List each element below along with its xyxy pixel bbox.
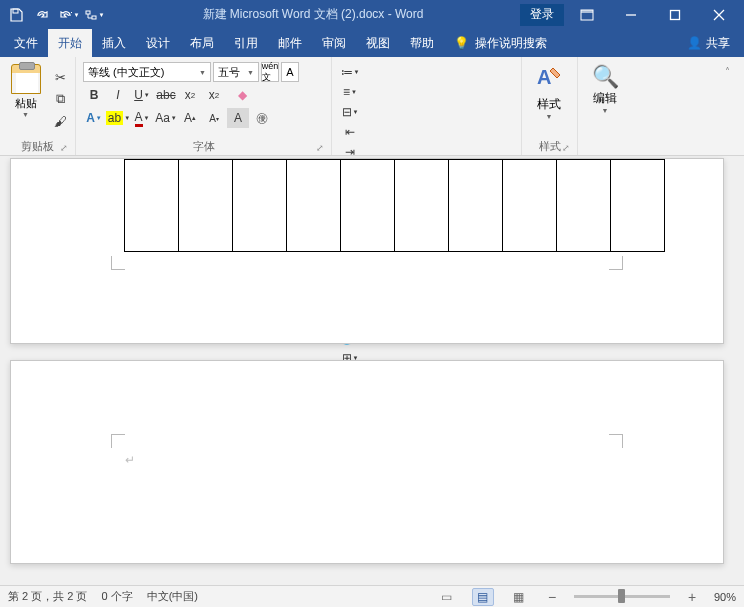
paragraph-mark-icon: ↵ — [125, 453, 135, 467]
web-layout-icon[interactable]: ▦ — [508, 588, 530, 606]
bullets-button[interactable]: ≔▼ — [339, 62, 361, 82]
subscript-button[interactable]: x2 — [179, 85, 201, 105]
char-border-icon[interactable]: A — [281, 62, 299, 82]
highlight-button[interactable]: ab▼ — [107, 108, 129, 128]
tab-help[interactable]: 帮助 — [400, 29, 444, 57]
svg-rect-1 — [86, 11, 90, 14]
multilevel-button[interactable]: ⊟▼ — [339, 102, 361, 122]
strikethrough-button[interactable]: abc — [155, 85, 177, 105]
tab-references[interactable]: 引用 — [224, 29, 268, 57]
margin-corner-icon — [111, 434, 125, 448]
word-count[interactable]: 0 个字 — [101, 589, 132, 604]
find-icon: 🔍 — [592, 64, 619, 90]
numbering-button[interactable]: ≡▼ — [339, 82, 361, 102]
styles-button[interactable]: A 样式 ▼ — [527, 60, 571, 138]
text-effects-button[interactable]: A▼ — [83, 108, 105, 128]
ribbon-display-icon[interactable] — [566, 0, 608, 29]
tell-me-search[interactable]: 💡 操作说明搜索 — [444, 29, 557, 57]
maximize-icon[interactable] — [654, 0, 696, 29]
svg-text:A: A — [537, 66, 551, 88]
svg-rect-0 — [13, 9, 18, 13]
svg-rect-6 — [671, 10, 680, 19]
save-icon[interactable] — [4, 3, 28, 27]
copy-icon[interactable]: ⧉ — [50, 89, 70, 109]
group-font: 等线 (中文正文)▼ 五号▼ wén文 A B I U▼ abc x2 x2 ◆… — [76, 57, 332, 155]
group-paragraph: ≔▼ ≡▼ ⊟▼ ⇤ ⇥ ✕▼ ≡ ☰ ≡ ☰ ☰ ⇅▼ ¶ 🪣▼ ⊞▼ A↓ … — [332, 57, 522, 155]
editing-button[interactable]: 🔍 编辑 ▼ — [583, 60, 627, 138]
group-styles: A 样式 ▼ 样式⤢ — [522, 57, 578, 155]
page-1 — [10, 158, 724, 344]
tab-review[interactable]: 审阅 — [312, 29, 356, 57]
tab-design[interactable]: 设计 — [136, 29, 180, 57]
margin-corner-icon — [609, 256, 623, 270]
styles-icon: A — [535, 64, 563, 96]
tell-me-label: 操作说明搜索 — [475, 35, 547, 52]
tab-insert[interactable]: 插入 — [92, 29, 136, 57]
grow-font-button[interactable]: A▴ — [179, 108, 201, 128]
font-dialog-icon[interactable]: ⤢ — [314, 140, 326, 152]
page-2: ↵ — [10, 360, 724, 564]
change-case-button[interactable]: Aa▼ — [155, 108, 177, 128]
font-size-combo[interactable]: 五号▼ — [213, 62, 259, 82]
cut-icon[interactable]: ✂ — [50, 67, 70, 87]
window-title: 新建 Microsoft Word 文档 (2).docx - Word — [106, 6, 520, 23]
group-label-font: 字体 — [193, 140, 215, 152]
print-layout-icon[interactable]: ▤ — [472, 588, 494, 606]
group-editing: 🔍 编辑 ▼ — [578, 57, 634, 155]
shrink-font-button[interactable]: A▾ — [203, 108, 225, 128]
margin-corner-icon — [609, 434, 623, 448]
document-table[interactable] — [124, 159, 665, 252]
decrease-indent-button[interactable]: ⇤ — [339, 122, 361, 142]
tab-home[interactable]: 开始 — [48, 29, 92, 57]
zoom-out-button[interactable]: − — [544, 589, 560, 605]
touch-mode-icon[interactable]: ▼ — [82, 3, 106, 27]
superscript-button[interactable]: x2 — [203, 85, 225, 105]
italic-button[interactable]: I — [107, 85, 129, 105]
phonetic-guide-icon[interactable]: wén文 — [261, 62, 279, 82]
zoom-slider[interactable] — [574, 595, 670, 598]
group-label-styles: 样式 — [539, 140, 561, 152]
tab-mailings[interactable]: 邮件 — [268, 29, 312, 57]
redo-icon[interactable] — [30, 3, 54, 27]
language-indicator[interactable]: 中文(中国) — [147, 589, 198, 604]
margin-corner-icon — [111, 256, 125, 270]
titlebar: ▼ ▼ 新建 Microsoft Word 文档 (2).docx - Word… — [0, 0, 744, 29]
statusbar: 第 2 页，共 2 页 0 个字 中文(中国) ▭ ▤ ▦ − + 90% — [0, 585, 744, 607]
share-label: 共享 — [706, 35, 730, 52]
font-name-combo[interactable]: 等线 (中文正文)▼ — [83, 62, 211, 82]
char-shading-icon[interactable]: A — [227, 108, 249, 128]
share-button[interactable]: 👤 共享 — [677, 29, 740, 57]
bold-button[interactable]: B — [83, 85, 105, 105]
login-button[interactable]: 登录 — [520, 4, 564, 26]
tab-view[interactable]: 视图 — [356, 29, 400, 57]
zoom-thumb[interactable] — [618, 589, 625, 603]
group-label-editing — [583, 138, 629, 154]
enclose-char-icon[interactable]: ㊝ — [251, 108, 273, 128]
zoom-in-button[interactable]: + — [684, 589, 700, 605]
page-indicator[interactable]: 第 2 页，共 2 页 — [8, 589, 87, 604]
paste-icon — [11, 64, 41, 94]
share-icon: 👤 — [687, 36, 702, 50]
group-label-clipboard: 剪贴板 — [21, 140, 54, 152]
styles-dialog-icon[interactable]: ⤢ — [560, 140, 572, 152]
clipboard-dialog-icon[interactable]: ⤢ — [58, 140, 70, 152]
undo-icon[interactable]: ▼ — [56, 3, 80, 27]
read-mode-icon[interactable]: ▭ — [436, 588, 458, 606]
collapse-ribbon-icon[interactable]: ˄ — [716, 61, 738, 81]
zoom-level[interactable]: 90% — [714, 591, 736, 603]
minimize-icon[interactable] — [610, 0, 652, 29]
tab-layout[interactable]: 布局 — [180, 29, 224, 57]
group-clipboard: 粘贴 ▼ ✂ ⧉ 🖌 剪贴板⤢ — [0, 57, 76, 155]
underline-button[interactable]: U▼ — [131, 85, 153, 105]
svg-rect-2 — [92, 16, 96, 19]
format-painter-icon[interactable]: 🖌 — [50, 111, 70, 131]
document-area[interactable]: ↵ — [0, 156, 744, 585]
tab-file[interactable]: 文件 — [4, 29, 48, 57]
svg-rect-4 — [581, 10, 593, 13]
close-icon[interactable] — [698, 0, 740, 29]
font-color-button[interactable]: A▼ — [131, 108, 153, 128]
paste-button[interactable]: 粘贴 ▼ — [5, 60, 46, 138]
lightbulb-icon: 💡 — [454, 36, 469, 50]
menubar: 文件 开始 插入 设计 布局 引用 邮件 审阅 视图 帮助 💡 操作说明搜索 👤… — [0, 29, 744, 57]
clear-format-icon[interactable]: ◆ — [227, 85, 257, 105]
